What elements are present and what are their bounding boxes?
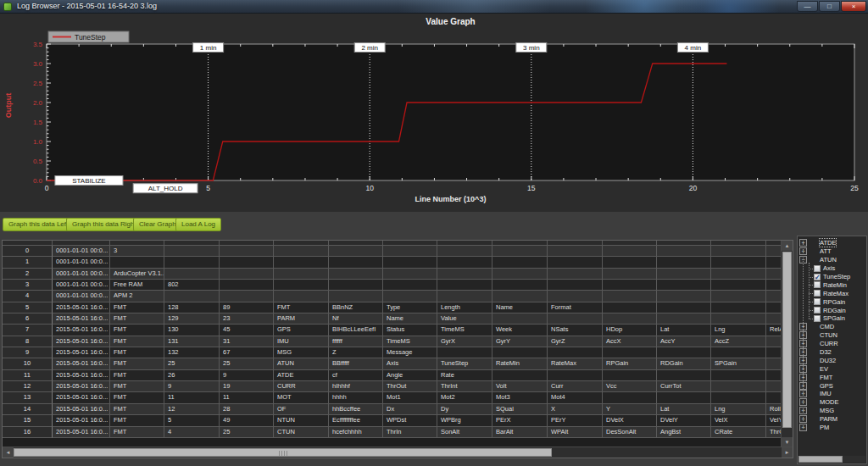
table-cell[interactable]	[711, 269, 766, 280]
table-cell[interactable]: cf	[329, 370, 383, 381]
spgain-checkbox[interactable]	[814, 315, 821, 322]
tree-item-parm[interactable]: +PARM	[798, 415, 866, 424]
table-cell[interactable]	[657, 392, 711, 403]
table-cell[interactable]: OF	[274, 404, 329, 415]
row-header-cell[interactable]: 3	[3, 280, 53, 291]
table-cell[interactable]: Angle	[383, 370, 437, 381]
table-cell[interactable]: GyrX	[437, 336, 492, 347]
tree-item-msg[interactable]: +MSG	[798, 407, 866, 415]
table-cell[interactable]: Rate	[437, 370, 492, 381]
table-cell[interactable]	[329, 269, 383, 280]
table-cell[interactable]: 2015-05-01 16:0...	[53, 336, 110, 347]
table-cell[interactable]	[220, 291, 274, 302]
table-cell[interactable]: 131	[164, 336, 220, 347]
table-cell[interactable]: CurrTot	[657, 381, 711, 392]
table-cell[interactable]	[603, 347, 657, 358]
table-cell[interactable]: Curr	[548, 381, 603, 392]
tree-horizontal-scrollbar[interactable]	[798, 456, 865, 463]
table-cell[interactable]: AccY	[657, 336, 711, 347]
scroll-left-icon[interactable]: ◄	[3, 447, 14, 458]
table-cell[interactable]	[766, 358, 782, 369]
table-cell[interactable]: 26	[164, 370, 220, 381]
table-cell[interactable]: FMT	[110, 392, 164, 403]
table-cell[interactable]: 89	[220, 302, 274, 313]
tree-item-mode[interactable]: +MODE	[798, 398, 866, 407]
table-cell[interactable]: 4	[164, 427, 220, 438]
table-cell[interactable]: 802	[164, 280, 220, 291]
table-cell[interactable]: FMT	[110, 404, 164, 415]
table-cell[interactable]: 0001-01-01 00:0...	[53, 257, 110, 268]
table-cell[interactable]: BBnNZ	[329, 302, 383, 313]
table-cell[interactable]	[548, 291, 603, 302]
table-cell[interactable]	[766, 370, 782, 381]
table-cell[interactable]: FMT	[110, 347, 164, 358]
row-header-cell[interactable]: 7	[3, 325, 53, 336]
table-cell[interactable]: AccZ	[711, 336, 766, 347]
table-cell[interactable]: NTUN	[274, 415, 329, 426]
table-cell[interactable]: hcefchhhh	[329, 427, 383, 438]
table-cell[interactable]: Status	[383, 325, 437, 336]
table-cell[interactable]: 67	[220, 347, 274, 358]
table-cell[interactable]	[657, 246, 711, 257]
table-cell[interactable]: Length	[437, 302, 492, 313]
table-cell[interactable]: 19	[220, 381, 274, 392]
table-cell[interactable]: FMT	[274, 302, 329, 313]
table-cell[interactable]: FMT	[110, 336, 164, 347]
tree-item-atde[interactable]: +ATDE	[798, 239, 866, 247]
horizontal-scroll-thumb[interactable]	[14, 448, 552, 457]
table-cell[interactable]	[220, 280, 274, 291]
table-cell[interactable]	[220, 269, 274, 280]
graph-this-data-right-button[interactable]: Graph this data Right	[66, 218, 142, 231]
table-cell[interactable]: PARM	[274, 313, 329, 325]
table-cell[interactable]: Type	[383, 302, 437, 313]
row-header-cell[interactable]: 14	[3, 404, 53, 415]
table-cell[interactable]	[383, 246, 437, 257]
table-cell[interactable]	[766, 347, 782, 358]
table-cell[interactable]: hIhhhf	[329, 381, 383, 392]
table-cell[interactable]	[711, 246, 766, 257]
table-cell[interactable]: Axis	[383, 358, 437, 369]
table-cell[interactable]: BIHBcLLeeEefI	[329, 325, 383, 336]
tree-item-du32[interactable]: +DU32	[798, 356, 866, 364]
table-cell[interactable]	[711, 381, 766, 392]
table-cell[interactable]: 2015-05-01 16:0...	[53, 370, 110, 381]
ratemax-checkbox[interactable]	[814, 290, 821, 297]
table-cell[interactable]	[603, 269, 657, 280]
table-cell[interactable]: VelX	[711, 415, 766, 426]
table-cell[interactable]: RateMax	[548, 358, 603, 369]
table-cell[interactable]	[548, 313, 603, 325]
table-cell[interactable]: 132	[164, 347, 220, 358]
table-cell[interactable]: Value	[437, 313, 492, 325]
table-cell[interactable]: NSats	[548, 325, 603, 336]
row-header-cell[interactable]: 5	[3, 302, 53, 313]
table-cell[interactable]: Volt	[492, 381, 548, 392]
table-cell[interactable]: Dy	[437, 404, 492, 415]
grid-horizontal-scrollbar[interactable]: ◄ ►	[3, 447, 793, 458]
table-cell[interactable]	[492, 347, 548, 358]
table-cell[interactable]: Week	[492, 325, 548, 336]
table-cell[interactable]: 23	[220, 313, 274, 325]
table-cell[interactable]: RDGain	[657, 358, 711, 369]
table-cell[interactable]: RPGain	[603, 358, 657, 369]
table-cell[interactable]	[437, 280, 492, 291]
table-cell[interactable]	[274, 291, 329, 302]
table-cell[interactable]	[603, 392, 657, 403]
table-cell[interactable]: FMT	[110, 381, 164, 392]
table-cell[interactable]	[603, 246, 657, 257]
tree-item-att[interactable]: +ATT	[798, 247, 866, 256]
table-cell[interactable]: 12	[164, 404, 220, 415]
table-cell[interactable]: Roll	[766, 404, 782, 415]
row-header-cell[interactable]: 10	[3, 358, 53, 369]
table-cell[interactable]	[603, 313, 657, 325]
table-cell[interactable]	[383, 257, 437, 268]
minimize-button[interactable]: —	[797, 1, 818, 12]
table-cell[interactable]: 45	[220, 325, 274, 336]
table-cell[interactable]: 129	[164, 313, 220, 325]
table-cell[interactable]: SPGain	[711, 358, 766, 369]
table-cell[interactable]	[220, 246, 274, 257]
table-cell[interactable]: FMT	[110, 325, 164, 336]
table-cell[interactable]: GPS	[274, 325, 329, 336]
table-cell[interactable]	[657, 280, 711, 291]
table-cell[interactable]: 0001-01-01 00:0...	[53, 246, 110, 257]
row-header-cell[interactable]: 9	[3, 347, 53, 358]
